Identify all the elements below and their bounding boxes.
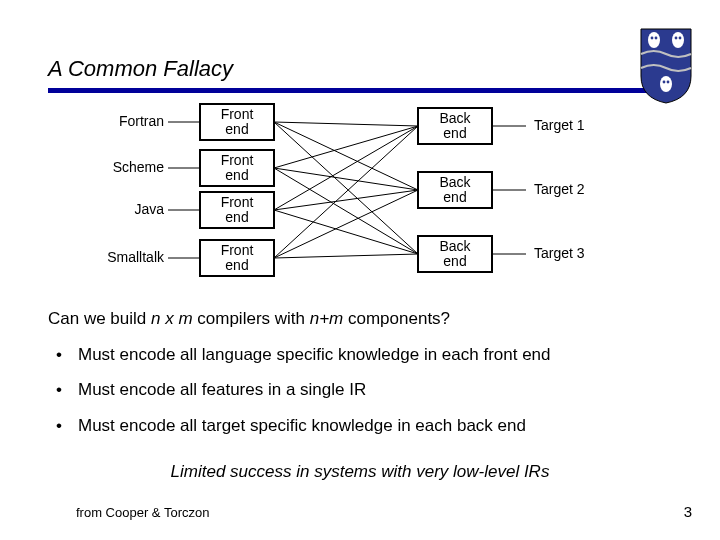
svg-point-8	[667, 81, 670, 84]
lang-label: Smalltalk	[107, 249, 165, 265]
svg-line-24	[274, 168, 418, 190]
svg-line-26	[274, 126, 418, 210]
svg-point-5	[675, 37, 678, 40]
title-rule	[48, 88, 648, 93]
svg-point-4	[655, 37, 658, 40]
svg-text:end: end	[225, 209, 248, 225]
conclusion-text: Limited success in systems with very low…	[0, 462, 720, 482]
bullet-list: Must encode all language specific knowle…	[48, 342, 672, 439]
svg-text:end: end	[443, 189, 466, 205]
target-label: Target 1	[534, 117, 585, 133]
svg-line-31	[274, 254, 418, 258]
footer-source: from Cooper & Torczon	[76, 505, 209, 520]
front-end-box: Front	[221, 106, 254, 122]
svg-text:Front: Front	[221, 152, 254, 168]
svg-text:end: end	[225, 167, 248, 183]
svg-point-0	[648, 32, 660, 48]
svg-text:end: end	[443, 125, 466, 141]
svg-point-3	[651, 37, 654, 40]
university-crest-icon	[640, 28, 692, 104]
svg-text:Back: Back	[439, 238, 471, 254]
svg-text:end: end	[443, 253, 466, 269]
svg-line-20	[274, 122, 418, 126]
svg-text:Front: Front	[221, 242, 254, 258]
lang-label: Scheme	[113, 159, 165, 175]
lang-label: Java	[134, 201, 164, 217]
svg-text:end: end	[225, 121, 248, 137]
target-label: Target 2	[534, 181, 585, 197]
compiler-diagram: Fortran Scheme Java Smalltalk Front end …	[96, 96, 616, 282]
page-number: 3	[684, 503, 692, 520]
svg-text:Front: Front	[221, 194, 254, 210]
target-label: Target 3	[534, 245, 585, 261]
bullet-item: Must encode all language specific knowle…	[48, 342, 672, 368]
svg-line-25	[274, 168, 418, 254]
bullet-item: Must encode all features in a single IR	[48, 377, 672, 403]
svg-point-6	[679, 37, 682, 40]
svg-point-1	[672, 32, 684, 48]
bullet-item: Must encode all target specific knowledg…	[48, 413, 672, 439]
svg-point-2	[660, 76, 672, 92]
svg-line-29	[274, 126, 418, 258]
back-end-box: Back	[439, 110, 471, 126]
svg-text:end: end	[225, 257, 248, 273]
svg-text:Back: Back	[439, 174, 471, 190]
question-text: Can we build n x m compilers with n+m co…	[48, 306, 672, 332]
svg-line-22	[274, 122, 418, 254]
slide-title: A Common Fallacy	[48, 56, 233, 82]
lang-label: Fortran	[119, 113, 164, 129]
svg-point-7	[663, 81, 666, 84]
